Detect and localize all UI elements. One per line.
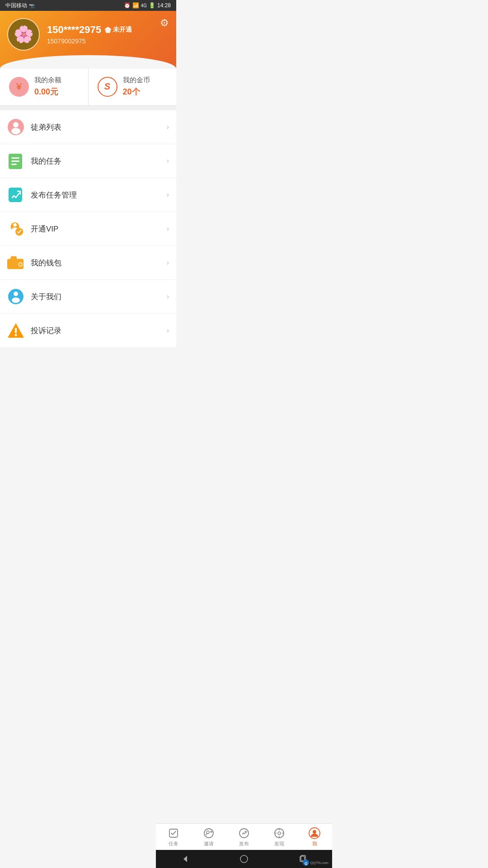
- menu-text-disciples: 徒弟列表: [31, 122, 160, 132]
- coins-value: 20个: [123, 86, 168, 97]
- svg-point-17: [14, 292, 18, 296]
- alarm-icon: ⏰: [124, 2, 131, 9]
- svg-rect-7: [9, 188, 22, 202]
- profile-info: 150****2975 未开通 15079002975: [47, 24, 169, 45]
- menu-item-publish-manage[interactable]: 发布任务管理 ›: [0, 178, 176, 212]
- menu-text-complaints: 投诉记录: [31, 326, 160, 336]
- menu-text-open-vip: 开通VIP: [31, 224, 160, 234]
- my-balance-item[interactable]: ¥ 我的余额 0.00元: [0, 68, 89, 105]
- chevron-right-icon: ›: [167, 225, 169, 233]
- wifi-icon: 📶: [132, 2, 139, 9]
- svg-point-21: [15, 334, 17, 336]
- svg-rect-13: [11, 256, 17, 260]
- chevron-right-icon: ›: [167, 292, 169, 301]
- status-right-group: ⏰ 📶 4G 🔋 14:28: [124, 2, 171, 9]
- avatar[interactable]: [7, 18, 40, 51]
- vip-icon-container: [7, 220, 24, 237]
- svg-point-15: [19, 263, 22, 266]
- svg-point-2: [11, 128, 20, 134]
- balance-label: 我的余额: [34, 76, 79, 85]
- menu-text-my-tasks: 我的任务: [31, 156, 160, 166]
- svg-rect-20: [15, 328, 17, 333]
- balance-icon: ¥: [9, 77, 29, 97]
- wave-decoration: [0, 55, 176, 69]
- balance-value: 0.00元: [34, 86, 79, 97]
- profile-content: 150****2975 未开通 15079002975: [7, 18, 169, 51]
- vip-badge: 未开通: [105, 26, 132, 34]
- avatar-image: [8, 19, 39, 50]
- publish-icon-container: [7, 186, 24, 203]
- status-carrier: 中国移动 📷: [5, 2, 34, 9]
- battery-icon: 🔋: [149, 2, 155, 9]
- menu-item-about-us[interactable]: 关于我们 ›: [0, 280, 176, 314]
- phone-masked: 150****2975: [47, 24, 101, 36]
- vip-icon: [7, 220, 24, 237]
- balance-section: ¥ 我的余额 0.00元 S 我的金币 20个: [0, 68, 176, 106]
- chevron-right-icon: ›: [167, 157, 169, 165]
- about-icon: [8, 288, 24, 305]
- tasks-icon-container: [7, 152, 24, 170]
- menu-item-my-tasks[interactable]: 我的任务 ›: [0, 144, 176, 178]
- phone-full: 15079002975: [47, 38, 169, 45]
- profile-header: 150****2975 未开通 15079002975 ⚙: [0, 11, 176, 69]
- complaint-icon-container: [7, 322, 24, 339]
- wallet-icon-container: [7, 254, 24, 271]
- coins-icon: S: [98, 77, 117, 97]
- coins-label: 我的金币: [123, 76, 168, 85]
- svg-rect-5: [11, 160, 19, 162]
- menu-item-complaints[interactable]: 投诉记录 ›: [0, 314, 176, 347]
- svg-point-9: [13, 223, 17, 227]
- svg-rect-6: [11, 164, 17, 165]
- about-icon-container: [7, 288, 24, 305]
- menu-list: 徒弟列表 › 我的任务 › 发布任务管理 ›: [0, 110, 176, 347]
- diamond-icon: [105, 27, 111, 33]
- warning-icon: [7, 322, 24, 339]
- my-coins-item[interactable]: S 我的金币 20个: [89, 68, 177, 105]
- chevron-right-icon: ›: [167, 326, 169, 335]
- signal-icon: 4G: [141, 3, 147, 8]
- disciples-icon-container: [7, 118, 24, 136]
- balance-info: 我的余额 0.00元: [34, 76, 79, 97]
- menu-item-open-vip[interactable]: 开通VIP ›: [0, 212, 176, 246]
- menu-text-about-us: 关于我们: [31, 292, 160, 302]
- phone-display: 150****2975 未开通: [47, 24, 169, 36]
- menu-item-wallet[interactable]: 我的钱包 ›: [0, 246, 176, 280]
- svg-rect-4: [11, 157, 19, 159]
- person-icon: [8, 119, 24, 135]
- time-display: 14:28: [157, 2, 171, 9]
- vip-status-text: 未开通: [113, 26, 132, 34]
- task-list-icon: [8, 152, 24, 170]
- section-divider: [0, 106, 176, 110]
- settings-button[interactable]: ⚙: [160, 17, 169, 29]
- menu-text-publish-manage: 发布任务管理: [31, 190, 160, 200]
- carrier-text: 中国移动: [5, 2, 27, 9]
- chevron-right-icon: ›: [167, 123, 169, 131]
- chevron-right-icon: ›: [167, 259, 169, 267]
- menu-text-wallet: 我的钱包: [31, 258, 160, 268]
- status-bar: 中国移动 📷 ⏰ 📶 4G 🔋 14:28: [0, 0, 176, 11]
- svg-point-18: [12, 297, 20, 303]
- sim-icon: 📷: [29, 3, 34, 8]
- chevron-right-icon: ›: [167, 191, 169, 199]
- coins-info: 我的金币 20个: [123, 76, 168, 97]
- menu-item-disciples[interactable]: 徒弟列表 ›: [0, 110, 176, 144]
- svg-point-1: [13, 122, 19, 127]
- wallet-icon: [7, 255, 24, 270]
- publish-manage-icon: [8, 187, 24, 203]
